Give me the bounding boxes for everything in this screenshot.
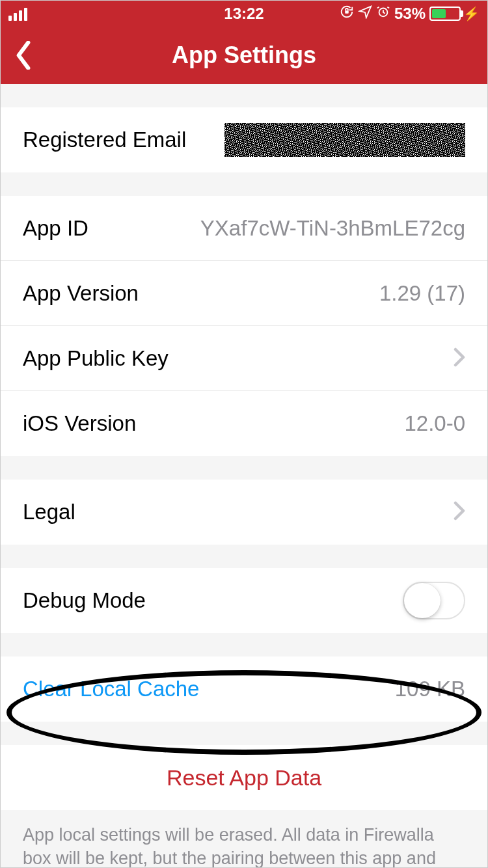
group-legal: Legal	[1, 480, 487, 545]
group-reset: Reset App Data	[1, 745, 487, 810]
value-clear-cache: 109 KB	[395, 677, 465, 701]
alarm-icon	[376, 5, 390, 23]
battery-percent: 53%	[394, 5, 426, 23]
reset-app-data-button[interactable]: Reset App Data	[1, 745, 487, 810]
value-registered-email-redacted	[224, 123, 465, 157]
row-app-version: App Version 1.29 (17)	[1, 261, 487, 326]
toggle-knob	[404, 583, 441, 618]
label-clear-cache: Clear Local Cache	[23, 677, 199, 701]
label-reset: Reset App Data	[167, 765, 321, 791]
label-app-id: App ID	[23, 216, 88, 241]
chevron-right-icon	[454, 347, 465, 370]
label-app-public-key: App Public Key	[23, 346, 169, 371]
label-registered-email: Registered Email	[23, 128, 186, 152]
location-icon	[358, 5, 372, 23]
row-ios-version: iOS Version 12.0-0	[1, 391, 487, 456]
chevron-left-icon	[14, 41, 33, 70]
content: Registered Email App ID YXaf7cW-TiN-3hBm…	[1, 107, 487, 868]
row-legal[interactable]: Legal	[1, 480, 487, 545]
label-legal: Legal	[23, 500, 75, 524]
label-ios-version: iOS Version	[23, 411, 136, 436]
label-app-version: App Version	[23, 281, 139, 306]
value-ios-version: 12.0-0	[404, 411, 465, 436]
page-title: App Settings	[172, 42, 316, 69]
value-app-version: 1.29 (17)	[379, 281, 465, 306]
toggle-debug-mode[interactable]	[403, 582, 465, 619]
row-debug-mode: Debug Mode	[1, 568, 487, 633]
row-registered-email[interactable]: Registered Email	[1, 107, 487, 172]
group-debug: Debug Mode	[1, 568, 487, 633]
back-button[interactable]	[1, 27, 46, 84]
footer-text: App local settings will be erased. All d…	[1, 810, 487, 868]
svg-rect-0	[345, 10, 349, 14]
nav-bar: App Settings	[1, 27, 487, 84]
group-clear-cache: Clear Local Cache 109 KB	[1, 657, 487, 722]
group-email: Registered Email	[1, 107, 487, 172]
signal-icon	[8, 7, 27, 21]
battery-icon: ⚡	[429, 6, 480, 21]
group-app-info: App ID YXaf7cW-TiN-3hBmLE72cg App Versio…	[1, 196, 487, 456]
row-app-public-key[interactable]: App Public Key	[1, 326, 487, 391]
row-clear-cache[interactable]: Clear Local Cache 109 KB	[1, 657, 487, 722]
status-bar: 13:22 53% ⚡	[1, 1, 487, 27]
label-debug-mode: Debug Mode	[23, 588, 146, 613]
status-time: 13:22	[224, 5, 264, 23]
orientation-lock-icon	[340, 5, 354, 23]
chevron-right-icon	[454, 501, 465, 523]
row-app-id: App ID YXaf7cW-TiN-3hBmLE72cg	[1, 196, 487, 261]
value-app-id: YXaf7cW-TiN-3hBmLE72cg	[200, 216, 465, 241]
